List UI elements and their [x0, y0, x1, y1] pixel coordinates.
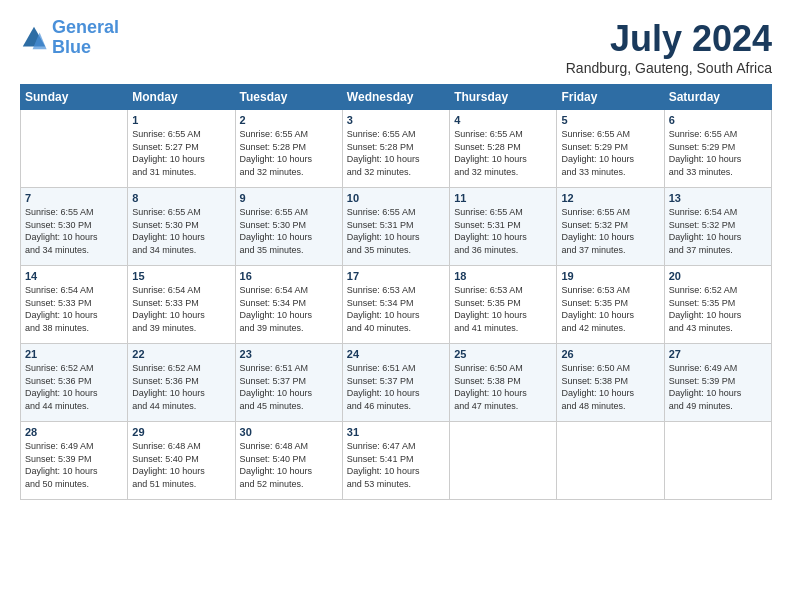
calendar-cell: 28Sunrise: 6:49 AM Sunset: 5:39 PM Dayli…: [21, 422, 128, 500]
day-number: 31: [347, 426, 445, 438]
day-info: Sunrise: 6:54 AM Sunset: 5:33 PM Dayligh…: [132, 284, 230, 334]
day-info: Sunrise: 6:49 AM Sunset: 5:39 PM Dayligh…: [669, 362, 767, 412]
page: General Blue July 2024 Randburg, Gauteng…: [0, 0, 792, 510]
calendar-cell: 23Sunrise: 6:51 AM Sunset: 5:37 PM Dayli…: [235, 344, 342, 422]
day-number: 12: [561, 192, 659, 204]
calendar-cell: 20Sunrise: 6:52 AM Sunset: 5:35 PM Dayli…: [664, 266, 771, 344]
calendar-cell: 29Sunrise: 6:48 AM Sunset: 5:40 PM Dayli…: [128, 422, 235, 500]
day-number: 9: [240, 192, 338, 204]
title-block: July 2024 Randburg, Gauteng, South Afric…: [566, 18, 772, 76]
day-number: 19: [561, 270, 659, 282]
calendar-cell: 6Sunrise: 6:55 AM Sunset: 5:29 PM Daylig…: [664, 110, 771, 188]
calendar-cell: 30Sunrise: 6:48 AM Sunset: 5:40 PM Dayli…: [235, 422, 342, 500]
day-info: Sunrise: 6:53 AM Sunset: 5:34 PM Dayligh…: [347, 284, 445, 334]
calendar-cell: 21Sunrise: 6:52 AM Sunset: 5:36 PM Dayli…: [21, 344, 128, 422]
header-day: Saturday: [664, 85, 771, 110]
day-info: Sunrise: 6:55 AM Sunset: 5:30 PM Dayligh…: [240, 206, 338, 256]
calendar-cell: 7Sunrise: 6:55 AM Sunset: 5:30 PM Daylig…: [21, 188, 128, 266]
month-title: July 2024: [566, 18, 772, 60]
calendar-cell: 22Sunrise: 6:52 AM Sunset: 5:36 PM Dayli…: [128, 344, 235, 422]
day-number: 24: [347, 348, 445, 360]
day-info: Sunrise: 6:55 AM Sunset: 5:27 PM Dayligh…: [132, 128, 230, 178]
calendar-cell: 8Sunrise: 6:55 AM Sunset: 5:30 PM Daylig…: [128, 188, 235, 266]
day-number: 3: [347, 114, 445, 126]
day-info: Sunrise: 6:54 AM Sunset: 5:32 PM Dayligh…: [669, 206, 767, 256]
calendar-cell: [450, 422, 557, 500]
header-day: Tuesday: [235, 85, 342, 110]
header: General Blue July 2024 Randburg, Gauteng…: [20, 18, 772, 76]
header-day: Sunday: [21, 85, 128, 110]
calendar-cell: 12Sunrise: 6:55 AM Sunset: 5:32 PM Dayli…: [557, 188, 664, 266]
day-number: 13: [669, 192, 767, 204]
calendar-cell: 27Sunrise: 6:49 AM Sunset: 5:39 PM Dayli…: [664, 344, 771, 422]
day-info: Sunrise: 6:53 AM Sunset: 5:35 PM Dayligh…: [454, 284, 552, 334]
header-day: Monday: [128, 85, 235, 110]
day-info: Sunrise: 6:50 AM Sunset: 5:38 PM Dayligh…: [454, 362, 552, 412]
day-number: 11: [454, 192, 552, 204]
calendar-cell: [21, 110, 128, 188]
header-day: Wednesday: [342, 85, 449, 110]
day-info: Sunrise: 6:52 AM Sunset: 5:35 PM Dayligh…: [669, 284, 767, 334]
day-info: Sunrise: 6:55 AM Sunset: 5:32 PM Dayligh…: [561, 206, 659, 256]
day-number: 28: [25, 426, 123, 438]
day-info: Sunrise: 6:55 AM Sunset: 5:28 PM Dayligh…: [454, 128, 552, 178]
day-info: Sunrise: 6:53 AM Sunset: 5:35 PM Dayligh…: [561, 284, 659, 334]
calendar-cell: 3Sunrise: 6:55 AM Sunset: 5:28 PM Daylig…: [342, 110, 449, 188]
calendar-cell: [557, 422, 664, 500]
calendar-cell: 18Sunrise: 6:53 AM Sunset: 5:35 PM Dayli…: [450, 266, 557, 344]
day-info: Sunrise: 6:51 AM Sunset: 5:37 PM Dayligh…: [240, 362, 338, 412]
calendar-cell: 15Sunrise: 6:54 AM Sunset: 5:33 PM Dayli…: [128, 266, 235, 344]
day-info: Sunrise: 6:54 AM Sunset: 5:34 PM Dayligh…: [240, 284, 338, 334]
day-number: 30: [240, 426, 338, 438]
day-number: 26: [561, 348, 659, 360]
week-row: 14Sunrise: 6:54 AM Sunset: 5:33 PM Dayli…: [21, 266, 772, 344]
calendar-cell: 14Sunrise: 6:54 AM Sunset: 5:33 PM Dayli…: [21, 266, 128, 344]
day-info: Sunrise: 6:52 AM Sunset: 5:36 PM Dayligh…: [25, 362, 123, 412]
day-info: Sunrise: 6:48 AM Sunset: 5:40 PM Dayligh…: [132, 440, 230, 490]
day-info: Sunrise: 6:55 AM Sunset: 5:28 PM Dayligh…: [240, 128, 338, 178]
day-info: Sunrise: 6:54 AM Sunset: 5:33 PM Dayligh…: [25, 284, 123, 334]
week-row: 28Sunrise: 6:49 AM Sunset: 5:39 PM Dayli…: [21, 422, 772, 500]
calendar-cell: 17Sunrise: 6:53 AM Sunset: 5:34 PM Dayli…: [342, 266, 449, 344]
calendar-cell: 1Sunrise: 6:55 AM Sunset: 5:27 PM Daylig…: [128, 110, 235, 188]
calendar-cell: 10Sunrise: 6:55 AM Sunset: 5:31 PM Dayli…: [342, 188, 449, 266]
day-number: 8: [132, 192, 230, 204]
day-number: 5: [561, 114, 659, 126]
header-day: Friday: [557, 85, 664, 110]
calendar-cell: 24Sunrise: 6:51 AM Sunset: 5:37 PM Dayli…: [342, 344, 449, 422]
day-number: 21: [25, 348, 123, 360]
calendar-cell: 4Sunrise: 6:55 AM Sunset: 5:28 PM Daylig…: [450, 110, 557, 188]
logo-line1: General: [52, 17, 119, 37]
logo-icon: [20, 24, 48, 52]
logo-text: General Blue: [52, 18, 119, 58]
day-number: 7: [25, 192, 123, 204]
week-row: 7Sunrise: 6:55 AM Sunset: 5:30 PM Daylig…: [21, 188, 772, 266]
day-number: 29: [132, 426, 230, 438]
calendar-cell: 9Sunrise: 6:55 AM Sunset: 5:30 PM Daylig…: [235, 188, 342, 266]
calendar-table: SundayMondayTuesdayWednesdayThursdayFrid…: [20, 84, 772, 500]
day-info: Sunrise: 6:55 AM Sunset: 5:30 PM Dayligh…: [25, 206, 123, 256]
day-number: 27: [669, 348, 767, 360]
calendar-cell: 26Sunrise: 6:50 AM Sunset: 5:38 PM Dayli…: [557, 344, 664, 422]
day-number: 17: [347, 270, 445, 282]
logo-line2: Blue: [52, 37, 91, 57]
calendar-cell: 5Sunrise: 6:55 AM Sunset: 5:29 PM Daylig…: [557, 110, 664, 188]
day-info: Sunrise: 6:55 AM Sunset: 5:29 PM Dayligh…: [669, 128, 767, 178]
calendar-cell: 31Sunrise: 6:47 AM Sunset: 5:41 PM Dayli…: [342, 422, 449, 500]
day-info: Sunrise: 6:55 AM Sunset: 5:31 PM Dayligh…: [347, 206, 445, 256]
day-info: Sunrise: 6:55 AM Sunset: 5:28 PM Dayligh…: [347, 128, 445, 178]
header-row: SundayMondayTuesdayWednesdayThursdayFrid…: [21, 85, 772, 110]
logo: General Blue: [20, 18, 119, 58]
week-row: 1Sunrise: 6:55 AM Sunset: 5:27 PM Daylig…: [21, 110, 772, 188]
day-number: 20: [669, 270, 767, 282]
day-number: 25: [454, 348, 552, 360]
day-number: 23: [240, 348, 338, 360]
calendar-cell: 11Sunrise: 6:55 AM Sunset: 5:31 PM Dayli…: [450, 188, 557, 266]
day-number: 1: [132, 114, 230, 126]
day-info: Sunrise: 6:52 AM Sunset: 5:36 PM Dayligh…: [132, 362, 230, 412]
day-info: Sunrise: 6:51 AM Sunset: 5:37 PM Dayligh…: [347, 362, 445, 412]
calendar-cell: 2Sunrise: 6:55 AM Sunset: 5:28 PM Daylig…: [235, 110, 342, 188]
day-number: 10: [347, 192, 445, 204]
location: Randburg, Gauteng, South Africa: [566, 60, 772, 76]
day-number: 15: [132, 270, 230, 282]
